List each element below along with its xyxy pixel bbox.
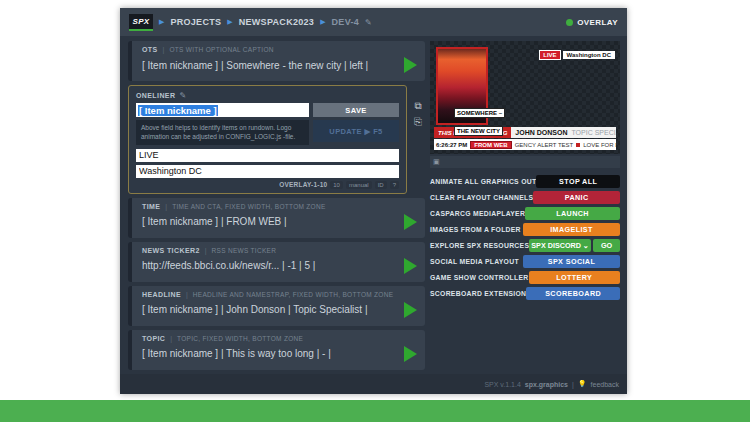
duplicate-item-icon[interactable]: ⧉ bbox=[411, 101, 425, 111]
breadcrumb-separator-icon: ▶ bbox=[159, 18, 164, 26]
breadcrumb-rundown-name[interactable]: DEV-4 bbox=[332, 17, 360, 27]
extras-row: SOCIAL MEDIA PLAYOUT SPX SOCIAL bbox=[430, 255, 620, 268]
item-separator: | bbox=[170, 335, 172, 342]
rundown-list: OTS | OTS WITH OPTIONAL CAPTION [ Item n… bbox=[128, 41, 425, 394]
lottery-button[interactable]: LOTTERY bbox=[529, 271, 620, 284]
overlay-label[interactable]: OVERLAY bbox=[577, 18, 618, 27]
extras-row: SCOREBOARD EXTENSION SCOREBOARD bbox=[430, 287, 620, 300]
bottom-green-bar bbox=[0, 400, 750, 422]
extras-label: SOCIAL MEDIA PLAYOUT bbox=[430, 258, 523, 265]
rundown-item-time[interactable]: TIME | TIME AND CTA, FIXED WIDTH, BOTTOM… bbox=[128, 198, 425, 238]
item-description: HEADLINE AND NAMESTRAP, FIXED WIDTH, BOT… bbox=[193, 291, 394, 298]
item-tag: HEADLINE bbox=[142, 291, 181, 298]
chevron-down-icon: ⌄ bbox=[583, 241, 589, 250]
preview-options-icon[interactable]: ▣ bbox=[433, 158, 440, 166]
breadcrumb-separator-icon: ▶ bbox=[320, 18, 325, 26]
preview-and-tools: SOMEWHERE – THE NEW CITY LIVE Washington… bbox=[430, 41, 620, 303]
badge-manual[interactable]: manual bbox=[346, 181, 372, 189]
item-description: RSS NEWS TICKER bbox=[212, 247, 277, 254]
item-description: TOPIC, FIXED WIDTH, BOTTOM ZONE bbox=[177, 335, 303, 342]
imagelist-button[interactable]: IMAGELIST bbox=[523, 223, 620, 236]
play-button[interactable] bbox=[404, 258, 417, 274]
feedback-link[interactable]: feedback bbox=[591, 381, 619, 388]
extras-row: ANIMATE ALL GRAPHICS OUT STOP ALL bbox=[430, 175, 620, 188]
resources-dropdown[interactable]: SPX DISCORD ⌄ bbox=[529, 239, 591, 252]
breadcrumb-projects[interactable]: PROJECTS bbox=[170, 17, 221, 27]
spx-social-button[interactable]: SPX SOCIAL bbox=[523, 255, 620, 268]
extras-row: IMAGES FROM A FOLDER IMAGELIST bbox=[430, 223, 620, 236]
header-right: OVERLAY bbox=[566, 18, 618, 27]
extras-label: CASPARCG MEDIAPLAYER bbox=[430, 210, 525, 217]
breadcrumb-separator-icon: ▶ bbox=[227, 18, 232, 26]
spx-app-window: SPX ▶ PROJECTS ▶ NEWSPACK2023 ▶ DEV-4 ✎ … bbox=[120, 8, 627, 394]
ticker-item: GENCY ALERT TEST bbox=[515, 142, 574, 148]
field-input-line2[interactable] bbox=[136, 165, 399, 178]
ticker-item: LOVE FOR DAME DEBORAH JAMES BREATHTA bbox=[583, 142, 616, 148]
scoreboard-button[interactable]: SCOREBOARD bbox=[526, 287, 620, 300]
badge-id[interactable]: ID bbox=[375, 181, 387, 189]
photo-caption-line1: SOMEWHERE – bbox=[454, 108, 505, 118]
item-fields: [ Item nickname ] | Somewhere - the new … bbox=[142, 60, 398, 71]
nickname-selected-text: [ Item nickname ] bbox=[138, 105, 218, 116]
item-fields: [ Item nickname ] | This is way too long… bbox=[142, 348, 398, 359]
ticker-bullet-icon bbox=[576, 143, 580, 147]
photo-caption-line2: THE NEW CITY bbox=[454, 126, 503, 136]
edit-rundown-icon[interactable]: ✎ bbox=[365, 18, 372, 27]
strap-name: JOHN DONSON bbox=[515, 129, 567, 136]
item-fields: http://feeds.bbci.co.uk/news/r... | -1 |… bbox=[142, 260, 398, 271]
item-tag: OTS bbox=[142, 46, 158, 53]
strap-role: TOPIC SPECIALIST bbox=[571, 129, 616, 136]
extras-label: ANIMATE ALL GRAPHICS OUT bbox=[430, 178, 536, 185]
rundown-item-oneliner-row: ONELINER ✎ [ Item nickname ] SAVE Above … bbox=[128, 85, 425, 194]
stop-all-button[interactable]: STOP ALL bbox=[536, 175, 620, 188]
program-preview: SOMEWHERE – THE NEW CITY LIVE Washington… bbox=[430, 41, 620, 154]
page: SPX ▶ PROJECTS ▶ NEWSPACK2023 ▶ DEV-4 ✎ … bbox=[0, 0, 750, 422]
play-button[interactable] bbox=[404, 302, 417, 318]
item-fields: [ Item nickname ] | FROM WEB | bbox=[142, 216, 398, 227]
connection-status-icon bbox=[566, 19, 573, 26]
extras-row: CASPARCG MEDIAPLAYER LAUNCH bbox=[430, 207, 620, 220]
launch-button[interactable]: LAUNCH bbox=[525, 207, 620, 220]
field-input-line1[interactable] bbox=[136, 149, 399, 162]
ticker-time: 6:26:27 PM bbox=[436, 142, 467, 148]
update-button[interactable]: UPDATE ▶ F5 bbox=[313, 120, 399, 142]
breadcrumb-project-name[interactable]: NEWSPACK2023 bbox=[239, 17, 314, 27]
extras-label: IMAGES FROM A FOLDER bbox=[430, 226, 523, 233]
go-button[interactable]: GO bbox=[593, 239, 620, 252]
app-footer: SPX v.1.1.4 spx.graphics | 💡 feedback bbox=[120, 374, 627, 394]
save-button[interactable]: SAVE bbox=[313, 103, 399, 117]
spx-logo[interactable]: SPX bbox=[129, 14, 153, 31]
edit-item-icon[interactable]: ✎ bbox=[179, 91, 186, 100]
item-tag: TIME bbox=[142, 203, 160, 210]
item-tag: TOPIC bbox=[142, 335, 165, 342]
rundown-item-headline[interactable]: HEADLINE | HEADLINE AND NAMESTRAP, FIXED… bbox=[128, 286, 425, 326]
item-tag: ONELINER bbox=[136, 92, 175, 99]
export-item-icon[interactable]: ⎘ bbox=[411, 117, 425, 127]
extras-row: EXPLORE SPX RESOURCES SPX DISCORD ⌄ GO bbox=[430, 239, 620, 252]
ticker-source-badge: FROM WEB bbox=[470, 141, 511, 149]
nickname-input[interactable]: [ Item nickname ] bbox=[136, 103, 309, 117]
item-side-tools: ⧉ ⎘ bbox=[411, 85, 425, 127]
play-button[interactable] bbox=[404, 346, 417, 362]
extras-label: SCOREBOARD EXTENSION bbox=[430, 290, 526, 297]
badge-out-mode[interactable]: 10 bbox=[330, 181, 343, 189]
play-button[interactable] bbox=[404, 214, 417, 230]
badge-help[interactable]: ? bbox=[390, 181, 399, 189]
location-badge: Washington DC bbox=[563, 51, 615, 59]
rundown-item-ots[interactable]: OTS | OTS WITH OPTIONAL CAPTION [ Item n… bbox=[128, 41, 425, 81]
item-separator: | bbox=[163, 46, 165, 53]
extras-row: CLEAR PLAYOUT CHANNELS PANIC bbox=[430, 191, 620, 204]
resources-dropdown-value: SPX DISCORD bbox=[531, 241, 581, 250]
panic-button[interactable]: PANIC bbox=[533, 191, 620, 204]
rundown-item-oneliner[interactable]: ONELINER ✎ [ Item nickname ] SAVE Above … bbox=[128, 85, 407, 194]
header-bar: SPX ▶ PROJECTS ▶ NEWSPACK2023 ▶ DEV-4 ✎ … bbox=[120, 8, 627, 36]
extras-row: GAME SHOW CONTROLLER LOTTERY bbox=[430, 271, 620, 284]
extras-label: EXPLORE SPX RESOURCES bbox=[430, 242, 529, 249]
item-description: OTS WITH OPTIONAL CAPTION bbox=[169, 46, 273, 53]
item-tag: NEWS TICKER2 bbox=[142, 247, 200, 254]
spx-graphics-link[interactable]: spx.graphics bbox=[525, 381, 568, 388]
rundown-item-topic[interactable]: TOPIC | TOPIC, FIXED WIDTH, BOTTOM ZONE … bbox=[128, 330, 425, 370]
rundown-item-newsticker[interactable]: NEWS TICKER2 | RSS NEWS TICKER http://fe… bbox=[128, 242, 425, 282]
extras-label: GAME SHOW CONTROLLER bbox=[430, 274, 529, 281]
play-button[interactable] bbox=[404, 57, 417, 73]
